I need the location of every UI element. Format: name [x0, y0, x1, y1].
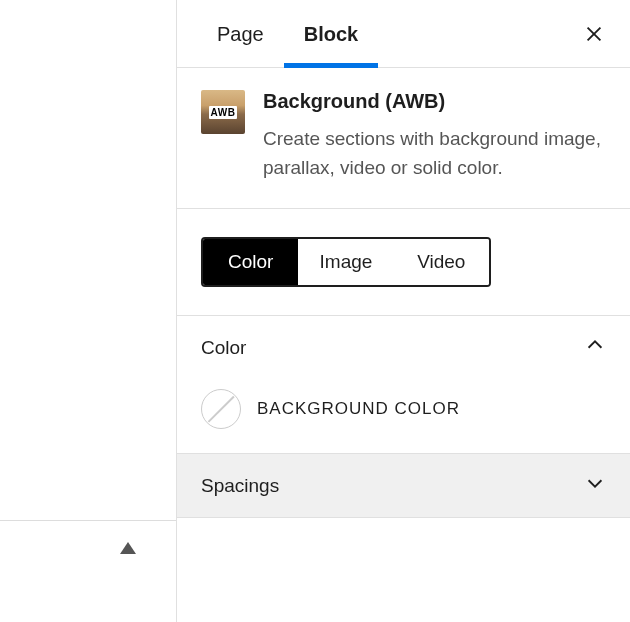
chevron-down-icon — [584, 472, 606, 499]
segment-image[interactable]: Image — [298, 239, 393, 285]
block-info-section: AWB Background (AWB) Create sections wit… — [177, 68, 630, 209]
segment-color[interactable]: Color — [203, 239, 298, 285]
panel-color-body: BACKGROUND COLOR — [177, 379, 630, 453]
editor-left-area — [0, 0, 176, 622]
block-title: Background (AWB) — [263, 90, 606, 113]
awb-block-icon: AWB — [201, 90, 245, 134]
background-type-segmented: Color Image Video — [201, 237, 491, 287]
panel-color-header[interactable]: Color — [177, 316, 630, 379]
background-color-label: BACKGROUND COLOR — [257, 399, 460, 419]
panel-spacings: Spacings — [177, 454, 630, 518]
block-description: Create sections with background image, p… — [263, 125, 606, 182]
tab-page[interactable]: Page — [197, 0, 284, 68]
block-text-col: Background (AWB) Create sections with ba… — [263, 90, 606, 182]
panel-color: Color BACKGROUND COLOR — [177, 316, 630, 454]
segment-video[interactable]: Video — [394, 239, 489, 285]
background-type-section: Color Image Video — [177, 209, 630, 316]
background-color-swatch[interactable] — [201, 389, 241, 429]
close-sidebar-button[interactable] — [574, 14, 614, 54]
close-icon — [583, 23, 605, 45]
left-divider — [0, 520, 176, 521]
panel-spacings-header[interactable]: Spacings — [177, 454, 630, 517]
tab-block[interactable]: Block — [284, 0, 378, 68]
settings-sidebar: Page Block AWB Background (AWB) Create s… — [176, 0, 630, 622]
panel-spacings-title: Spacings — [201, 475, 279, 497]
panel-color-title: Color — [201, 337, 246, 359]
chevron-up-icon — [584, 334, 606, 361]
sidebar-tab-header: Page Block — [177, 0, 630, 68]
toolbar-up-triangle-icon[interactable] — [120, 542, 136, 554]
